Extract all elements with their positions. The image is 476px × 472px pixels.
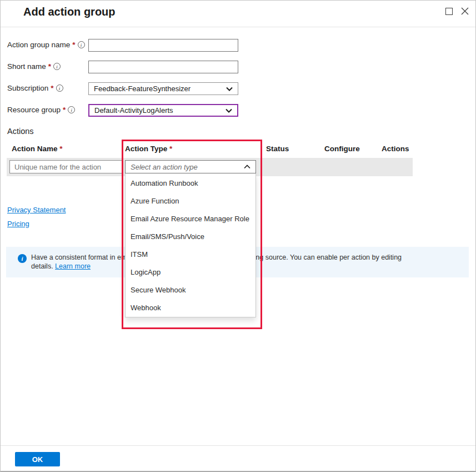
resource-group-select[interactable]: Default-ActivityLogAlerts bbox=[88, 104, 238, 117]
option-webhook[interactable]: Webhook bbox=[126, 299, 255, 316]
resource-group-value: Default-ActivityLogAlerts bbox=[94, 106, 173, 115]
learn-more-link[interactable]: Learn more bbox=[55, 262, 91, 270]
footer-divider bbox=[1, 445, 475, 446]
action-group-name-label: Action group name * i bbox=[7, 41, 85, 49]
info-icon[interactable]: i bbox=[53, 63, 61, 70]
header-text: Action Name bbox=[12, 145, 58, 153]
option-logicapp[interactable]: LogicApp bbox=[126, 263, 255, 281]
option-secure-webhook[interactable]: Secure Webhook bbox=[126, 281, 255, 299]
pricing-link[interactable]: Pricing bbox=[7, 220, 29, 228]
short-name-label: Short name * i bbox=[7, 62, 61, 71]
option-azure-function[interactable]: Azure Function bbox=[126, 192, 255, 210]
option-email-arm-role[interactable]: Email Azure Resource Manager Role bbox=[126, 210, 255, 227]
subscription-label: Subscription * i bbox=[7, 84, 63, 92]
info-icon: i bbox=[18, 254, 27, 263]
required-asterisk: * bbox=[51, 84, 53, 92]
label-text: Short name bbox=[7, 62, 46, 71]
column-header-configure: Configure bbox=[324, 145, 360, 153]
option-itsm[interactable]: ITSM bbox=[126, 245, 255, 263]
label-text: Action group name bbox=[7, 41, 70, 49]
label-text: Resource group bbox=[7, 106, 61, 114]
column-header-actions: Actions bbox=[382, 145, 409, 153]
maximize-icon[interactable] bbox=[445, 8, 453, 15]
action-group-name-input[interactable] bbox=[88, 39, 238, 52]
actions-section-heading: Actions bbox=[7, 127, 34, 136]
column-header-status: Status bbox=[266, 145, 289, 153]
action-type-placeholder: Select an action type bbox=[131, 163, 198, 171]
action-type-select[interactable]: Select an action type bbox=[125, 160, 256, 173]
info-icon[interactable]: i bbox=[78, 41, 85, 48]
info-icon[interactable]: i bbox=[56, 85, 63, 92]
label-text: Subscription bbox=[7, 84, 48, 92]
required-asterisk: * bbox=[72, 41, 75, 49]
option-email-sms-push-voice[interactable]: Email/SMS/Push/Voice bbox=[126, 227, 255, 245]
column-header-action-type: Action Type * bbox=[125, 145, 172, 153]
header-text: Action Type bbox=[125, 145, 167, 153]
column-header-action-name: Action Name * bbox=[12, 145, 63, 153]
ok-button[interactable]: OK bbox=[15, 452, 60, 466]
action-type-dropdown: Automation Runbook Azure Function Email … bbox=[125, 173, 256, 317]
required-asterisk: * bbox=[63, 106, 66, 114]
subscription-select[interactable]: Feedback-FeatureSynthesizer bbox=[88, 82, 238, 95]
titlebar-divider bbox=[1, 27, 475, 27]
chevron-up-icon bbox=[244, 165, 250, 169]
resource-group-label: Resource group * i bbox=[7, 106, 75, 114]
required-asterisk: * bbox=[59, 145, 62, 153]
privacy-statement-link[interactable]: Privacy Statement bbox=[7, 206, 66, 214]
chevron-down-icon bbox=[226, 87, 233, 91]
banner-line2: details. bbox=[31, 262, 53, 270]
required-asterisk: * bbox=[169, 145, 172, 153]
short-name-input[interactable] bbox=[88, 61, 238, 73]
info-icon[interactable]: i bbox=[68, 106, 75, 113]
close-icon[interactable] bbox=[460, 7, 469, 16]
add-action-group-dialog: Add action group Action group name * i S… bbox=[0, 0, 476, 472]
subscription-value: Feedback-FeatureSynthesizer bbox=[94, 85, 191, 93]
action-name-input[interactable] bbox=[9, 160, 122, 173]
option-automation-runbook[interactable]: Automation Runbook bbox=[126, 174, 255, 192]
page-title: Add action group bbox=[23, 6, 116, 18]
chevron-down-icon bbox=[226, 108, 232, 113]
required-asterisk: * bbox=[48, 62, 51, 71]
